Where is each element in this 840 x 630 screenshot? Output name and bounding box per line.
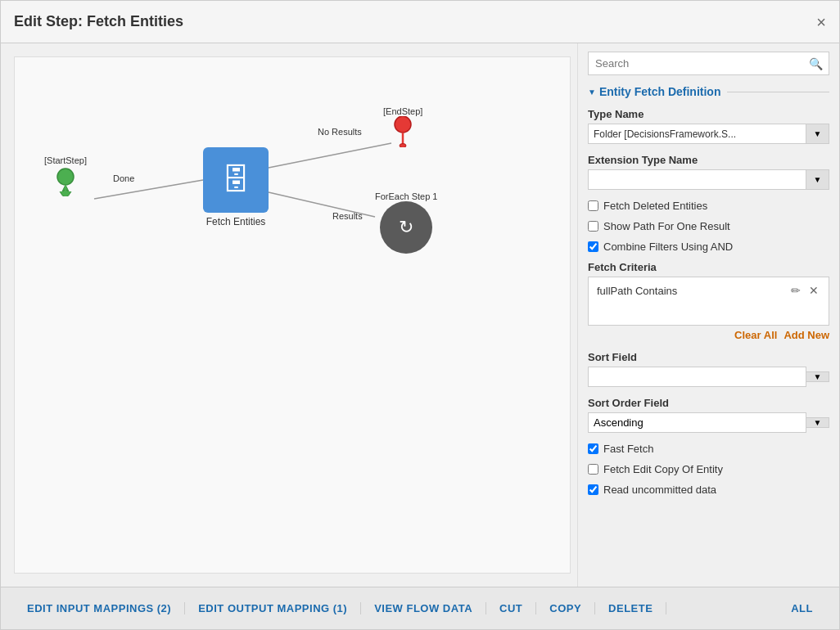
fetch-criteria-label: Fetch Criteria (588, 261, 829, 273)
section-title: Entity Fetch Definition (599, 85, 721, 98)
sort-order-dropdown-btn[interactable]: ▼ (806, 417, 829, 428)
combine-filters-label: Combine Filters Using AND (603, 241, 733, 253)
criteria-delete-button[interactable]: ✕ (807, 284, 820, 297)
svg-line-1 (269, 143, 391, 168)
modal-header: Edit Step: Fetch Entities × (1, 1, 839, 43)
fetch-deleted-row: Fetch Deleted Entities (588, 200, 829, 212)
criteria-edit-button[interactable]: ✏ (789, 284, 802, 297)
svg-point-9 (400, 144, 406, 148)
add-new-button[interactable]: Add New (784, 329, 829, 341)
type-name-dropdown-btn[interactable]: ▼ (806, 124, 829, 144)
foreach-label: ForEach Step 1 (375, 191, 437, 201)
sort-field-input[interactable] (588, 367, 806, 387)
svg-point-7 (395, 116, 411, 133)
criteria-actions: ✏ ✕ (789, 284, 820, 297)
foreach-box[interactable]: ↻ (380, 201, 432, 254)
sort-order-label: Sort Order Field (588, 397, 829, 409)
database-icon: 🗄 (221, 163, 251, 197)
clear-all-button[interactable]: Clear All (734, 329, 777, 341)
show-path-label: Show Path For One Result (603, 220, 730, 232)
fetch-criteria-box: fullPath Contains ✏ ✕ (588, 277, 829, 326)
end-step: [EndStep] (383, 106, 422, 147)
fast-fetch-checkbox[interactable] (588, 443, 598, 454)
type-name-field: Type Name Folder [DecisionsFramework.S..… (588, 108, 829, 149)
start-step: [StartStep] (44, 155, 87, 196)
fetch-block: 🗄 Fetch Entities (203, 147, 269, 227)
results-label: Results (332, 211, 363, 221)
sort-field-dropdown-btn[interactable]: ▼ (806, 371, 829, 382)
combine-filters-row: Combine Filters Using AND (588, 241, 829, 253)
collapse-icon[interactable]: ▼ (588, 88, 596, 97)
right-panel: 🔍 ▼ Entity Fetch Definition Type Name Fo… (577, 43, 839, 587)
end-pin-icon (393, 116, 413, 147)
criteria-links: Clear All Add New (588, 329, 829, 341)
svg-point-3 (57, 169, 74, 185)
sort-order-input[interactable]: Ascending (588, 412, 806, 433)
extension-type-input[interactable] (588, 169, 806, 190)
fetch-edit-copy-row: Fetch Edit Copy Of Entity (588, 463, 829, 475)
foreach-step: ForEach Step 1 ↻ (375, 188, 437, 254)
view-flow-data-button[interactable]: VIEW FLOW DATA (361, 602, 486, 614)
all-button[interactable]: ALL (778, 602, 826, 614)
sort-order-row: Ascending ▼ (588, 412, 829, 433)
read-uncommitted-label: Read uncommitted data (603, 484, 716, 496)
type-name-select-wrapper: Folder [DecisionsFramework.S... ▼ (588, 124, 829, 144)
criteria-item: fullPath Contains ✏ ✕ (594, 282, 824, 299)
extension-type-row: ▼ (588, 169, 829, 190)
start-label: [StartStep] (44, 155, 87, 165)
sort-field-row: ▼ (588, 367, 829, 387)
fetch-box[interactable]: 🗄 (203, 147, 269, 213)
svg-line-0 (94, 180, 203, 199)
search-input[interactable] (588, 52, 829, 75)
read-uncommitted-checkbox[interactable] (588, 484, 598, 495)
copy-button[interactable]: COPY (536, 602, 595, 614)
fetch-deleted-checkbox[interactable] (588, 200, 598, 211)
extension-type-label: Extension Type Name (588, 154, 829, 166)
extension-type-select-wrapper: ▼ (588, 169, 829, 190)
fast-fetch-row: Fast Fetch (588, 443, 829, 455)
no-results-label: No Results (318, 127, 362, 137)
edit-output-mapping-button[interactable]: EDIT OUTPUT MAPPING (1) (185, 602, 361, 614)
end-step-label: [EndStep] (383, 106, 422, 116)
edit-input-mappings-button[interactable]: EDIT INPUT MAPPINGS (2) (14, 602, 185, 614)
type-name-label: Type Name (588, 108, 829, 120)
extension-type-field: Extension Type Name ▼ (588, 154, 829, 195)
foreach-icon: ↻ (399, 217, 413, 238)
criteria-text: fullPath Contains (597, 285, 677, 297)
fetch-edit-copy-label: Fetch Edit Copy Of Entity (603, 463, 723, 475)
type-name-value: Folder [DecisionsFramework.S... (588, 124, 806, 144)
canvas-svg (15, 57, 570, 573)
fetch-criteria-field: Fetch Criteria fullPath Contains ✏ ✕ Cle… (588, 261, 829, 346)
search-icon: 🔍 (809, 57, 823, 70)
type-name-row: Folder [DecisionsFramework.S... ▼ (588, 124, 829, 144)
sort-order-field: Sort Order Field Ascending ▼ (588, 397, 829, 438)
search-container: 🔍 (588, 52, 829, 75)
delete-button[interactable]: DELETE (595, 602, 666, 614)
modal-footer: EDIT INPUT MAPPINGS (2) EDIT OUTPUT MAPP… (1, 587, 839, 629)
fast-fetch-label: Fast Fetch (603, 443, 653, 455)
extension-type-dropdown-btn[interactable]: ▼ (806, 169, 829, 190)
sort-field: Sort Field ▼ (588, 351, 829, 392)
section-divider (727, 92, 829, 92)
fetch-edit-copy-checkbox[interactable] (588, 464, 598, 475)
show-path-checkbox[interactable] (588, 221, 598, 232)
fetch-deleted-label: Fetch Deleted Entities (603, 200, 707, 212)
cut-button[interactable]: CUT (486, 602, 536, 614)
modal-body: [StartStep] Done 🗄 Fetch Entities No Res (1, 43, 839, 587)
section-header: ▼ Entity Fetch Definition (588, 85, 829, 98)
modal: Edit Step: Fetch Entities × [StartStep] (0, 0, 840, 630)
modal-title: Edit Step: Fetch Entities (14, 13, 183, 30)
start-pin-icon (56, 167, 75, 196)
done-label: Done (113, 173, 134, 183)
combine-filters-checkbox[interactable] (588, 241, 598, 252)
canvas-area: [StartStep] Done 🗄 Fetch Entities No Res (14, 56, 571, 574)
sort-field-label: Sort Field (588, 351, 829, 363)
read-uncommitted-row: Read uncommitted data (588, 484, 829, 496)
fetch-label: Fetch Entities (206, 216, 266, 227)
close-button[interactable]: × (816, 14, 826, 30)
show-path-row: Show Path For One Result (588, 220, 829, 232)
